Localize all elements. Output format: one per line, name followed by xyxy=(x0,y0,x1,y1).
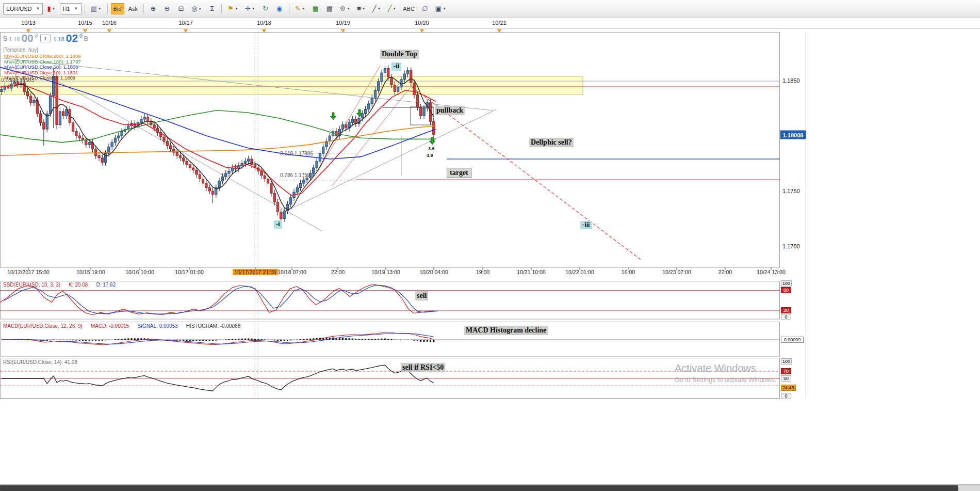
annotation-3-6: 3.6 xyxy=(428,146,435,152)
lines-button[interactable]: ≡▼ xyxy=(354,3,368,14)
annotation-0-618-1-17986: 0.618 1.17986 xyxy=(280,151,313,157)
tools-button[interactable]: ⚙▼ xyxy=(337,3,353,14)
chart-type-button[interactable]: ▥▼ xyxy=(88,3,104,14)
toolbar-separator xyxy=(289,4,289,14)
sell-price-main[interactable]: 00 xyxy=(21,33,33,43)
annotation-double-top: Double Top xyxy=(380,50,419,59)
chevron-down-icon: ▼ xyxy=(74,6,78,11)
indicator-header-part: SSD(EUR/USD, 10, 3, 3) xyxy=(3,282,60,288)
price-axis-label-1-1750: 1.1750 xyxy=(782,188,800,194)
annotation-sell-if-rsi-50: sell if RSI<50 xyxy=(401,363,445,372)
buy-price-pipette: 0 xyxy=(79,33,83,43)
trendline-button[interactable]: ╱▼ xyxy=(370,3,384,14)
bid-button-label: Bid xyxy=(113,6,122,12)
buy-price-main[interactable]: 02 xyxy=(66,33,78,43)
ruler-date-10-13: 10/13 xyxy=(21,20,36,26)
crosshair-icon: ✛ xyxy=(245,5,251,12)
horizontal-scrollbar-thumb[interactable] xyxy=(0,485,958,491)
indicator-header-part: RSI(EUR/USD.Close, 14): 41.08 xyxy=(3,359,77,365)
timeframe-select[interactable]: H1▼ xyxy=(60,3,81,14)
pencil-button[interactable]: ✎▼ xyxy=(292,3,308,14)
amount-stepper[interactable]: 1 xyxy=(40,35,51,42)
zoom-region-button[interactable]: ⊡ xyxy=(175,3,187,14)
macd-axis-badge-0-00000: 0.00000 xyxy=(781,337,804,343)
linestyle-button[interactable]: ╱▼ xyxy=(385,3,399,14)
time-axis-label: 10/21 10:00 xyxy=(517,269,545,275)
rsi-axis-badge-0: 0 xyxy=(781,393,791,399)
zoom-in-button[interactable]: ⊕ xyxy=(147,3,159,14)
symbol-color-button[interactable]: ▮▼ xyxy=(44,3,58,14)
symbol-select[interactable]: EUR/USD▼ xyxy=(3,3,43,14)
price-axis-label-1-1700: 1.1700 xyxy=(782,243,800,249)
macd-indicator-header: MACD(EUR/USD.Close, 12, 26, 9)MACD: -0.0… xyxy=(3,323,249,329)
tools-icon: ⚙ xyxy=(340,5,346,12)
refresh-button[interactable]: ↻ xyxy=(259,3,272,14)
buy-price-prefix: 1.18 xyxy=(53,36,64,43)
time-axis-label: 10/16 10:00 xyxy=(125,269,154,275)
flag-button[interactable]: ⚑▼ xyxy=(225,3,241,14)
chart-edit-icon: ▤ xyxy=(326,5,332,12)
paperclip-button[interactable]: ∅ xyxy=(419,3,431,14)
annotation-4-9: 4.9 xyxy=(427,153,433,159)
annotation-iii: -iii xyxy=(580,221,592,229)
quote-panel: S 1.18 00 8 1 1.18 02 0 B xyxy=(3,33,88,43)
watermark-line1: Activate Windows xyxy=(675,362,776,374)
indicator-header-part: MACD: -0.00015 xyxy=(91,323,129,329)
indicator-header-part: SIGNAL: 0.00053 xyxy=(137,323,177,329)
abc-button-label: ABC xyxy=(403,6,415,12)
toolbar-separator xyxy=(107,4,108,14)
time-axis-label: 10/20 04:00 xyxy=(419,269,448,275)
chevron-down-icon: ▼ xyxy=(378,7,381,10)
toolbar: EUR/USD▼▮▼H1▼▥▼BidAsk⊕⊖⊡◎▼Σ⚑▼✛▼↻◉✎▼▦▤⚙▼≡… xyxy=(0,0,980,18)
trading-workstation-window: EUR/USD▼▮▼H1▼▥▼BidAsk⊕⊖⊡◎▼Σ⚑▼✛▼↻◉✎▼▦▤⚙▼≡… xyxy=(0,0,980,491)
time-axis-label: 22:00 xyxy=(331,269,345,275)
bid-button[interactable]: Bid xyxy=(111,3,124,14)
image-button[interactable]: ▦ xyxy=(309,3,322,14)
time-axis-label: 10/24 13:00 xyxy=(757,269,785,275)
stoch-indicator-header: SSD(EUR/USD, 10, 3, 3)K: 20.08D: 17.62 xyxy=(3,282,124,288)
overlay-label-1: MVA(EUR/USD.Close,200): 1.1809 xyxy=(4,53,81,59)
price-axis-label-1-1850: 1.1850 xyxy=(782,77,800,84)
symbol-color-icon: ▮ xyxy=(47,5,51,12)
crosshair-button[interactable]: ✛▼ xyxy=(242,3,258,14)
ruler-date-10-17: 10/17 xyxy=(178,20,193,26)
time-axis-label: 10/22 01:00 xyxy=(565,269,594,275)
layout-button[interactable]: ▣▼ xyxy=(433,3,449,14)
globe-icon: ◉ xyxy=(276,5,282,12)
indicator-header-part: K: 20.08 xyxy=(69,282,88,288)
annotation-sell: sell xyxy=(415,291,428,300)
annotation-pullback: pullback xyxy=(435,106,465,115)
zoom-out-button[interactable]: ⊖ xyxy=(161,3,173,14)
ask-button-label: Ask xyxy=(128,6,138,12)
chevron-down-icon: ▼ xyxy=(52,7,56,10)
refresh-icon: ↻ xyxy=(263,5,268,12)
toolbar-separator xyxy=(143,4,144,14)
magnifier-button[interactable]: ◎▼ xyxy=(189,3,204,14)
globe-button[interactable]: ◉ xyxy=(273,3,286,14)
abc-button[interactable]: ABC xyxy=(400,3,417,14)
ruler-date-10-19: 10/19 xyxy=(336,20,350,26)
watermark-line2: Go to Settings to activate Windows. xyxy=(675,376,776,384)
stoch-axis-badge-80: 80 xyxy=(781,287,791,293)
annotation-0-786-1-17599: 0.786 1.17599 xyxy=(280,172,313,179)
chevron-down-icon: ▼ xyxy=(198,7,202,10)
template-label: [Template: huy] xyxy=(3,47,38,53)
annotation-ii: -ii xyxy=(391,62,401,71)
ruler-date-10-18: 10/18 xyxy=(257,20,271,26)
zoom-in-icon: ⊕ xyxy=(151,5,156,12)
autoscale-button[interactable]: Σ xyxy=(206,3,218,14)
horizontal-scrollbar[interactable] xyxy=(0,484,980,491)
chart-edit-button[interactable]: ▤ xyxy=(323,3,336,14)
indicator-header-part: HISTOGRAM: -0.00068 xyxy=(186,323,240,329)
buy-side-label: B xyxy=(84,35,88,43)
rsi-axis-badge-24-43: 24.43 xyxy=(781,385,796,391)
zoom-out-icon: ⊖ xyxy=(165,5,170,12)
ruler-date-10-20: 10/20 xyxy=(415,20,429,26)
ruler-date-10-15: 10/15 xyxy=(78,20,92,26)
ask-button[interactable]: Ask xyxy=(126,3,140,14)
time-axis-label: 10/18 07:00 xyxy=(277,269,306,275)
stoch-axis-badge-0: 0 xyxy=(781,314,791,320)
chevron-down-icon: ▼ xyxy=(443,7,446,10)
date-ruler xyxy=(0,18,980,29)
annotation-i: -i xyxy=(274,220,282,229)
